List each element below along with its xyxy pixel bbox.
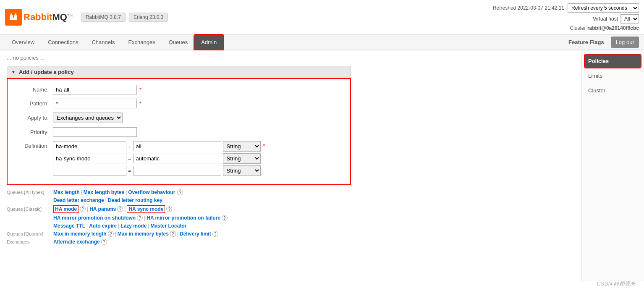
overflow-behaviour-link[interactable]: Overflow behaviour xyxy=(128,189,175,195)
ha-mir-shutdown-help[interactable]: ? xyxy=(137,215,143,221)
message-ttl-link[interactable]: Message TTL xyxy=(53,223,85,229)
def-hint-queues-quorum: Queues [Quorum] Max in memory length ? |… xyxy=(7,231,351,237)
def-eq-1: = xyxy=(128,143,131,149)
priority-label: Priority: xyxy=(15,129,53,135)
def-hint-queues-all: Queues [All types] Max length | Max leng… xyxy=(7,189,351,195)
queues-all-links-row: Max length | Max length bytes | Overflow… xyxy=(53,189,183,195)
sidebar-item-cluster[interactable]: Cluster xyxy=(585,84,641,97)
queues-classic-links-row: HA mode ? | HA params ? | HA sync mode ? xyxy=(53,205,172,213)
ha-params-help-icon[interactable]: ? xyxy=(117,206,123,212)
max-in-mem-bytes-help[interactable]: ? xyxy=(170,231,176,237)
def-key-3[interactable] xyxy=(53,166,126,176)
max-length-bytes-link[interactable]: Max length bytes xyxy=(84,189,124,195)
queues-quorum-links-row: Max in memory length ? | Max in memory b… xyxy=(53,231,218,237)
header-right: Refreshed 2022-03-07 21:42:11 Refresh ev… xyxy=(493,3,639,31)
def-hint-queues-classic-r3: Message TTL | Auto expire | Lazy mode | … xyxy=(7,223,351,229)
nav-connections[interactable]: Connections xyxy=(41,35,85,50)
def-val-1[interactable] xyxy=(133,141,221,151)
main-nav: Overview Connections Channels Exchanges … xyxy=(0,35,644,50)
vhost-label: Virtual host xyxy=(593,16,618,22)
nav-overview[interactable]: Overview xyxy=(5,35,41,50)
nav-admin[interactable]: Admin xyxy=(194,35,223,50)
refresh-select[interactable]: Refresh every 5 seconds Refresh every 10… xyxy=(568,3,639,13)
nav-right: Feature Flags Log out xyxy=(565,37,639,48)
lazy-mode-link[interactable]: Lazy mode xyxy=(120,223,147,229)
queues-classic-links-row3: Message TTL | Auto expire | Lazy mode | … xyxy=(53,223,186,229)
delivery-limit-help[interactable]: ? xyxy=(212,231,218,237)
sidebar-item-policies[interactable]: Policies xyxy=(585,55,641,68)
alt-exchange-help[interactable]: ? xyxy=(101,239,107,245)
logo-icon xyxy=(5,9,22,26)
def-key-1[interactable] xyxy=(53,141,126,151)
def-hint-queues-classic: Queues [Classic] HA mode ? | HA params ?… xyxy=(7,205,351,213)
form-row-priority: Priority: xyxy=(15,127,343,137)
def-type-3[interactable]: String Number Boolean List xyxy=(223,165,261,176)
delivery-limit-link[interactable]: Delivery limit xyxy=(180,231,211,237)
alternate-exchange-link[interactable]: Alternate exchange xyxy=(53,239,100,245)
def-hint-queues-classic-r2: HA mirror promotion on shutdown ? | HA m… xyxy=(7,215,351,221)
ha-mode-help-icon[interactable]: ? xyxy=(80,206,86,212)
nav-channels[interactable]: Channels xyxy=(85,35,121,50)
queues-classic-label: Queues [Classic] xyxy=(7,207,51,212)
vhost-select[interactable]: All xyxy=(620,14,639,24)
nav-queues[interactable]: Queues xyxy=(162,35,195,50)
feature-flags-label: Feature Flags xyxy=(565,37,607,48)
def-val-3[interactable] xyxy=(133,166,221,176)
sep4: | xyxy=(87,206,88,212)
ha-mode-link[interactable]: HA mode xyxy=(53,205,79,213)
definition-rows: = String Number Boolean List = xyxy=(53,141,261,176)
logout-button[interactable]: Log out xyxy=(611,37,639,48)
main-layout: ... no policies ... ▼ Add / update a pol… xyxy=(0,50,644,281)
overflow-help-icon[interactable]: ? xyxy=(177,189,183,195)
def-hints-area: Queues [All types] Max length | Max leng… xyxy=(7,189,351,245)
sep1: | xyxy=(81,189,82,195)
sep10: | xyxy=(115,231,116,237)
max-in-mem-len-help[interactable]: ? xyxy=(108,231,114,237)
name-input[interactable] xyxy=(53,85,137,94)
sidebar-item-limits[interactable]: Limits xyxy=(585,69,641,82)
ha-mir-failure-help[interactable]: ? xyxy=(222,215,228,221)
ha-sync-mode-link[interactable]: HA sync mode xyxy=(127,205,165,213)
dead-letter-exchange-link[interactable]: Dead letter exchange xyxy=(53,197,104,203)
def-row-3: = String Number Boolean List xyxy=(53,165,261,176)
master-locator-link[interactable]: Master Locator xyxy=(150,223,186,229)
add-policy-section-header[interactable]: ▼ Add / update a policy xyxy=(7,66,351,78)
ha-mirror-promotion-shutdown-link[interactable]: HA mirror promotion on shutdown xyxy=(53,215,136,221)
apply-to-select[interactable]: Exchanges and queues Exchanges Queues xyxy=(53,113,123,123)
form-row-apply-to: Apply to: Exchanges and queues Exchanges… xyxy=(15,113,343,123)
sep8: | xyxy=(118,223,119,229)
ha-sync-mode-help-icon[interactable]: ? xyxy=(166,206,172,212)
nav-exchanges[interactable]: Exchanges xyxy=(121,35,162,50)
pattern-required-star: * xyxy=(139,100,141,107)
max-in-memory-bytes-link[interactable]: Max in memory bytes xyxy=(118,231,169,237)
rabbit-svg-icon xyxy=(8,12,19,23)
section-arrow-icon: ▼ xyxy=(11,70,16,74)
auto-expire-link[interactable]: Auto expire xyxy=(89,223,117,229)
csdn-watermark: CSDN @媚夜来 xyxy=(597,280,636,281)
name-label: Name: xyxy=(15,86,53,93)
form-row-definition: Definition: = String Number Boolean List xyxy=(15,141,343,176)
max-length-link[interactable]: Max length xyxy=(53,189,80,195)
apply-to-label: Apply to: xyxy=(15,115,53,121)
def-type-1[interactable]: String Number Boolean List xyxy=(223,141,261,152)
content-area: ... no policies ... ▼ Add / update a pol… xyxy=(0,50,581,281)
ha-params-link[interactable]: HA params xyxy=(89,206,116,212)
logo-mq: MQ xyxy=(52,12,67,22)
def-hint-queues-all-r2: Dead letter exchange | Dead letter routi… xyxy=(7,197,351,203)
pattern-input[interactable] xyxy=(53,99,137,108)
def-type-2[interactable]: String Number Boolean List xyxy=(223,153,261,164)
definition-required-star: * xyxy=(263,141,265,149)
queues-all-label: Queues [All types] xyxy=(7,190,51,195)
def-eq-2: = xyxy=(128,155,131,162)
def-val-2[interactable] xyxy=(133,154,221,163)
priority-input[interactable] xyxy=(53,127,137,137)
form-row-pattern: Pattern: * xyxy=(15,99,343,108)
form-row-name: Name: * xyxy=(15,85,343,94)
def-key-2[interactable] xyxy=(53,154,126,163)
max-in-memory-length-link[interactable]: Max in memory length xyxy=(53,231,107,237)
ha-mirror-promotion-failure-link[interactable]: HA mirror promotion on failure xyxy=(147,215,220,221)
svg-rect-3 xyxy=(10,13,12,16)
svg-rect-2 xyxy=(10,18,17,20)
cluster-label: Cluster xyxy=(570,25,586,31)
dead-letter-routing-key-link[interactable]: Dead letter routing key xyxy=(108,197,162,203)
